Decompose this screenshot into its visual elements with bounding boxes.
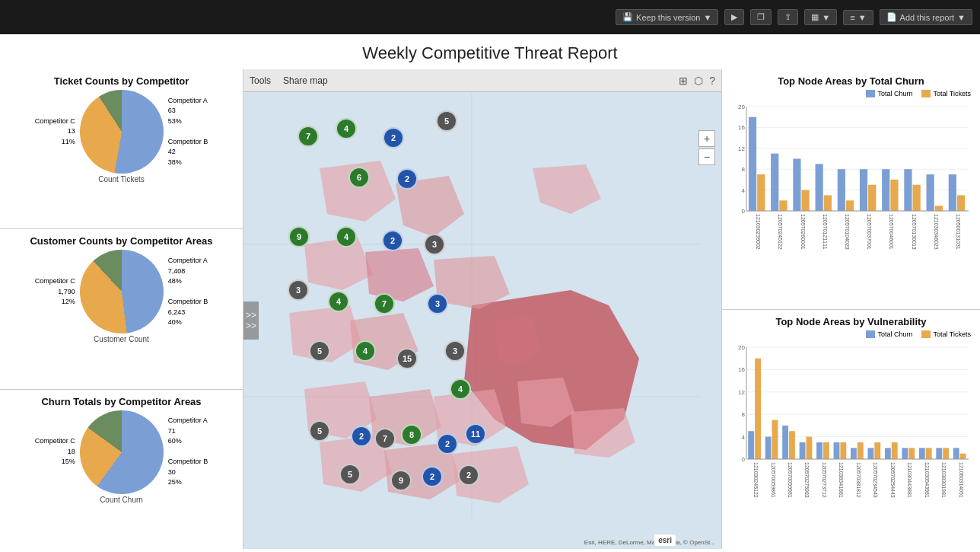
chart2-pie-wrapper: Competitor C1,79012% Competitor A7,40848… [6,250,237,333]
chart3-label: Count Churn [100,496,143,504]
churn-bar-chart [725,101,977,306]
vuln-bar-chart [725,341,977,547]
total-churn-section: Top Node Areas by Total Churn Total Chur… [722,69,980,310]
churn-totals-section: Churn Totals by Competitor Areas Competi… [0,390,243,549]
chart2-legend-left: Competitor C1,79012% [35,276,75,308]
map-marker: 8 [401,424,422,445]
add-icon: 📄 [886,12,897,22]
map-marker: 3 [444,340,466,362]
map-marker: 2 [383,127,404,148]
map-marker: 9 [288,226,310,247]
main-container: Weekly Competitive Threat Report Ticket … [0,34,980,552]
map-marker: 3 [427,293,448,314]
map-icon-help[interactable]: ? [709,75,715,87]
tickets-color-swatch-2 [921,330,931,338]
legend-total-tickets: Total Tickets [921,90,971,97]
map-marker: 15 [396,348,418,369]
churn-chart-canvas [725,101,976,253]
customer-counts-section: Customer Counts by Competitor Areas Comp… [0,229,243,389]
share-button[interactable]: ⇧ [778,9,798,25]
map-toolbar: Tools Share map ⊞ ⬡ ? [243,69,721,92]
chart1-pie [80,90,164,174]
tools-menu[interactable]: Tools [250,75,271,86]
map-icon-grid[interactable]: ⊞ [679,75,688,87]
esri-logo: esri [654,534,676,546]
legend-comp-b2: Competitor B6,24340% [168,297,208,328]
keep-version-button[interactable]: 💾 Keep this version ▼ [616,9,718,25]
churn-color-swatch-2 [866,330,875,338]
map-icon-export[interactable]: ⬡ [694,75,703,87]
map-marker: 4 [450,378,471,400]
legend-comp-c3: Competitor C1815% [35,436,75,467]
chart3-pie [80,410,164,494]
map-marker: 2 [396,168,418,190]
map-marker: 5 [339,464,361,485]
legend-comp-a3: Competitor A7160% [168,416,208,447]
map-marker: 3 [288,279,309,301]
churn-chart-legend: Total Churn Total Tickets [725,90,971,97]
chart1-label: Count Tickets [98,175,145,183]
map-toolbar-icons: ⊞ ⬡ ? [679,75,715,87]
chart2-legend-right: Competitor A7,40848% Competitor B6,24340… [168,256,208,328]
dropdown-arrow-icon: ▼ [957,13,966,22]
legend-total-churn: Total Churn [866,90,912,97]
legend-total-churn-2: Total Churn [866,330,912,338]
map-marker: 11 [465,423,486,445]
legend-comp-a: Competitor A6353% [168,96,208,127]
content-area: Ticket Counts by Competitor Competitor C… [0,69,980,549]
zoom-in-button[interactable]: + [698,130,715,147]
map-marker: 4 [336,226,357,247]
legend-comp-c2: Competitor C1,79012% [35,276,75,308]
map-marker: 2 [422,466,443,487]
chart3-pie-wrapper: Competitor C1815% Competitor A7160% Comp… [6,410,237,494]
dropdown-arrow-icon: ▼ [822,13,830,22]
right-panel: Top Node Areas by Total Churn Total Chur… [721,69,980,549]
map-marker: 2 [458,464,479,486]
map-marker: 4 [336,118,357,139]
map-marker: 5 [309,420,330,442]
churn-chart-title: Top Node Areas by Total Churn [725,75,977,87]
chart1-legend-right: Competitor A6353% Competitor B4238% [168,96,208,168]
zoom-out-button[interactable]: − [698,148,715,165]
legend-comp-c: Competitor C1311% [35,116,75,148]
add-report-button[interactable]: 📄 Add this report ▼ [880,9,972,25]
legend-total-tickets-2: Total Tickets [921,330,971,338]
legend-comp-a2: Competitor A7,40848% [168,256,208,287]
map-marker: 7 [374,293,395,314]
map-marker: 7 [298,126,319,147]
markers-container: 7425629423347354153452782115922 [243,92,721,549]
chart3-title: Churn Totals by Competitor Areas [41,396,201,407]
chart2-title: Customer Counts by Competitor Areas [30,235,212,247]
chart3-legend-left: Competitor C1815% [35,436,75,467]
map-marker: 5 [436,110,457,132]
legend-comp-b: Competitor B4238% [168,137,208,168]
share-map-menu[interactable]: Share map [283,75,328,86]
chart3-legend-right: Competitor A7160% Competitor B3025% [168,416,208,488]
chart2-pie [80,250,164,333]
map-content[interactable]: 7425629423347354153452782115922 + − >>>>… [243,92,721,549]
map-marker: 2 [382,230,403,251]
copy-button[interactable]: ❐ [750,9,772,25]
map-collapse-button[interactable]: >>>> [243,302,259,340]
map-marker: 2 [437,433,458,455]
map-area: Tools Share map ⊞ ⬡ ? [243,69,721,549]
map-marker: 3 [424,234,445,255]
play-button[interactable]: ▶ [724,9,744,25]
map-zoom-controls: + − [698,130,715,165]
map-marker: 7 [374,428,396,449]
vuln-chart-canvas [725,341,976,501]
map-marker: 5 [309,340,330,362]
grid-button[interactable]: ▦ ▼ [804,9,837,25]
dropdown-arrow-icon: ▼ [703,13,711,22]
chart1-title: Ticket Counts by Competitor [54,75,189,87]
tickets-color-swatch [921,90,931,97]
map-marker: 6 [348,167,370,188]
dropdown-arrow-icon: ▼ [858,13,867,22]
churn-color-swatch [866,90,875,97]
page-title: Weekly Competitive Threat Report [0,34,980,69]
vuln-chart-legend: Total Churn Total Tickets [725,330,971,338]
map-marker: 4 [328,291,349,312]
table-button[interactable]: ≡ ▼ [843,10,873,25]
ticket-counts-section: Ticket Counts by Competitor Competitor C… [0,69,243,229]
vuln-chart-title: Top Node Areas by Vulnerability [725,316,977,327]
